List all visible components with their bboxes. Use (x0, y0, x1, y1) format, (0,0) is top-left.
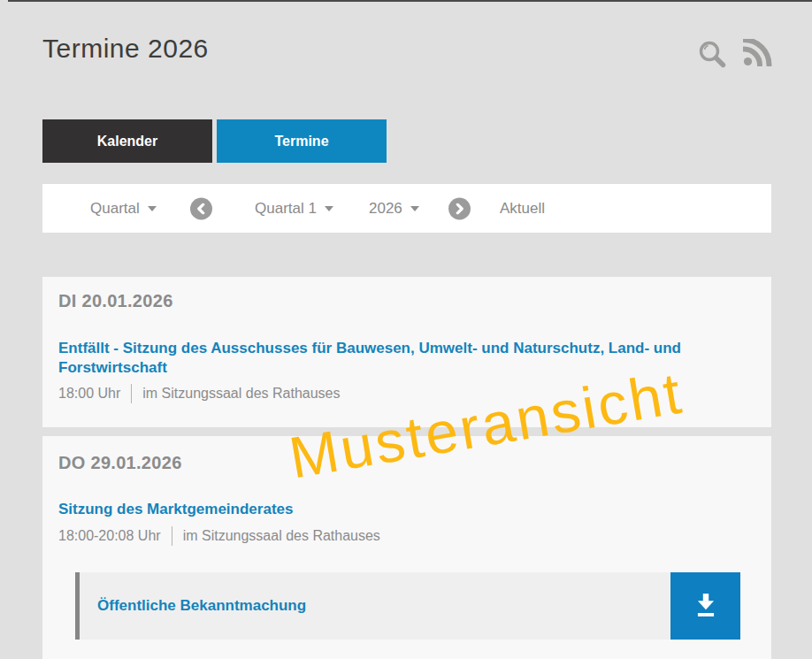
chevron-left-icon (195, 203, 207, 214)
search-icon[interactable] (697, 39, 727, 69)
event-card: DI 20.01.2026 Entfällt - Sitzung des Aus… (42, 277, 771, 427)
event-time: 18:00 Uhr (58, 386, 120, 402)
period-dropdown[interactable]: Quartal 1 (255, 200, 333, 218)
event-date: DO 29.01.2026 (58, 453, 182, 473)
event-location: im Sitzungssaal des Rathauses (142, 386, 340, 402)
aktuell-link[interactable]: Aktuell (500, 200, 545, 218)
download-icon (692, 592, 720, 620)
tab-termine[interactable]: Termine (217, 119, 387, 163)
attachment-row: Öffentliche Bekanntmachung (75, 572, 740, 640)
period-label: Quartal 1 (255, 200, 317, 217)
chevron-down-icon (325, 206, 333, 211)
quartal-mode-dropdown[interactable]: Quartal (90, 200, 157, 218)
download-button[interactable] (670, 572, 740, 640)
filter-bar: Quartal Quartal 1 2026 Aktuell (42, 184, 771, 233)
chevron-down-icon (410, 206, 419, 211)
view-tabs: Kalender Termine (42, 119, 387, 163)
event-date: DI 20.01.2026 (58, 291, 173, 311)
event-meta: 18:00 Uhr im Sitzungssaal des Rathauses (58, 384, 341, 403)
meta-separator (131, 384, 132, 403)
year-label: 2026 (369, 200, 402, 217)
event-meta: 18:00-20:08 Uhr im Sitzungssaal des Rath… (58, 526, 380, 546)
next-period-button[interactable] (448, 197, 471, 219)
year-dropdown[interactable]: 2026 (369, 200, 419, 218)
rss-icon[interactable] (743, 39, 772, 66)
window-top-border (8, 0, 812, 2)
event-card: DO 29.01.2026 Sitzung des Marktgemeinder… (42, 436, 771, 659)
tab-kalender[interactable]: Kalender (42, 119, 212, 163)
prev-period-button[interactable] (190, 197, 212, 219)
event-title-link[interactable]: Entfällt - Sitzung des Ausschusses für B… (58, 339, 709, 377)
attachment-link[interactable]: Öffentliche Bekanntmachung (97, 597, 306, 615)
attachment-body: Öffentliche Bekanntmachung (80, 572, 670, 640)
page-title: Termine 2026 (42, 34, 209, 64)
quartal-mode-label: Quartal (90, 200, 140, 217)
event-location: im Sitzungssaal des Rathauses (183, 528, 380, 544)
chevron-right-icon (454, 203, 465, 214)
event-time: 18:00-20:08 Uhr (58, 528, 161, 544)
event-title-link[interactable]: Sitzung des Marktgemeinderates (58, 500, 709, 519)
chevron-down-icon (148, 206, 157, 211)
meta-separator (172, 526, 172, 546)
